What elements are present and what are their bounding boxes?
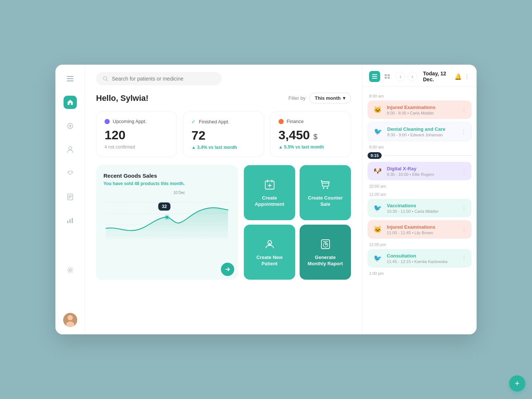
chart-sub-suffix: this month. — [160, 181, 185, 186]
appt-more-icon-2[interactable]: ⋮ — [461, 128, 467, 135]
view-toggle — [369, 71, 393, 82]
current-time-indicator: 9:15 — [368, 152, 471, 159]
appt-info-consult: Consultation 11:45 - 12:15 • Kamila Kazl… — [387, 253, 457, 264]
appt-info-vacc: Vaccinations 10:30 - 11:00 • Carla Middl… — [387, 203, 457, 214]
appt-info-dental: Dental Cleaning and Care 8:30 - 9:00 • E… — [387, 126, 457, 137]
finance-label: Finance — [287, 119, 304, 124]
svg-rect-12 — [72, 218, 73, 223]
appt-title-vacc: Vaccinations — [387, 203, 457, 208]
appt-meta-xray: 9:30 - 10:00 • Ellie Rogers — [387, 172, 457, 177]
finished-value: 72 — [191, 128, 255, 143]
generate-report-card[interactable]: Generate Monthly Raport — [300, 225, 351, 280]
stat-header-upcoming: Upcoming Appt. — [105, 119, 168, 124]
appt-more-icon-6[interactable]: ⋮ — [461, 255, 467, 262]
cat-icon-2: 🐱 — [372, 224, 383, 235]
paw-icon[interactable] — [64, 167, 77, 180]
create-patient-card[interactable]: Create New Patient — [244, 225, 295, 280]
person-icon[interactable] — [64, 143, 77, 156]
more-icon[interactable]: ⋮ — [464, 73, 470, 80]
home-icon[interactable] — [64, 96, 77, 109]
search-bar[interactable] — [96, 72, 222, 85]
cat-icon: 🐱 — [372, 104, 383, 115]
appt-meta-dental: 8:30 - 9:00 • Edward Johansan — [387, 133, 457, 137]
notes-icon[interactable] — [64, 190, 77, 204]
menu-icon[interactable] — [64, 72, 77, 85]
finance-value: 3,450 $ — [279, 128, 342, 142]
appt-consultation[interactable]: 🐦 Consultation 11:45 - 12:15 • Kamila Ka… — [368, 249, 471, 267]
svg-rect-10 — [67, 221, 68, 223]
svg-rect-0 — [67, 76, 74, 77]
appt-more-icon-4[interactable]: ⋮ — [461, 205, 467, 212]
appt-vaccinations[interactable]: 🐦 Vaccinations 10:30 - 11:00 • Carla Mid… — [368, 199, 471, 217]
list-view-button[interactable] — [369, 71, 380, 82]
current-time-line — [385, 156, 471, 156]
appt-more-icon-3[interactable]: ⋮ — [461, 168, 467, 175]
search-icon — [103, 76, 108, 82]
tooltip-value: 32 — [162, 204, 167, 209]
chart-svg — [103, 191, 231, 239]
next-button[interactable]: › — [407, 72, 417, 81]
generate-report-label: Generate Monthly Raport — [306, 255, 345, 267]
upcoming-label: Upcoming Appt. — [113, 119, 147, 124]
svg-rect-1 — [67, 78, 74, 79]
svg-rect-33 — [388, 74, 390, 76]
time-label-11am: 11:00 am — [368, 192, 471, 197]
time-label-10am: 10:00 am — [368, 184, 471, 188]
date-label: 10 Dec — [173, 191, 185, 195]
chart-arrow-button[interactable] — [221, 263, 234, 276]
appt-more-icon-5[interactable]: ⋮ — [461, 226, 467, 233]
user-avatar-container[interactable] — [63, 313, 77, 327]
check-icon: ✓ — [191, 119, 196, 125]
appt-xray[interactable]: 🐶 Digital X-Ray 9:30 - 10:00 • Ellie Rog… — [368, 162, 471, 180]
svg-point-13 — [69, 269, 71, 271]
chart-tooltip: 32 — [158, 202, 170, 211]
create-counter-sale-label: Create Counter Sale — [306, 195, 345, 208]
svg-point-4 — [69, 147, 72, 150]
stat-card-finished: ✓ Finished Appt. 72 ▲ 3.4% vs last month — [183, 112, 264, 157]
create-appointment-card[interactable]: Create Appointment — [244, 165, 295, 220]
current-time-badge: 9:15 — [368, 152, 382, 159]
chart-highlight: 48 products — [134, 181, 160, 186]
greeting-row: Hello, Sylwia! Filter by This month ▾ — [96, 93, 351, 103]
appt-dental[interactable]: 🐦 Dental Cleaning and Care 8:30 - 9:00 •… — [368, 122, 471, 141]
greeting-text: Hello, Sylwia! — [96, 93, 149, 103]
appt-meta-consult: 11:45 - 12:15 • Kamila Kazlowska — [387, 259, 457, 264]
appointment-icon — [263, 178, 276, 191]
chart-sub: You have sold 48 products this month. — [103, 181, 231, 186]
bell-icon[interactable]: 🔔 — [454, 73, 462, 80]
bird-icon-3: 🐦 — [372, 253, 383, 264]
filter-button[interactable]: This month ▾ — [309, 93, 351, 103]
counter-sale-icon — [319, 178, 332, 191]
appt-meta-vacc: 10:30 - 11:00 • Carla Middler — [387, 209, 457, 214]
appt-info-xray: Digital X-Ray 9:30 - 10:00 • Ellie Roger… — [387, 166, 457, 177]
sidebar — [55, 65, 85, 334]
stat-header-finished: ✓ Finished Appt. — [191, 119, 255, 125]
svg-rect-11 — [69, 219, 71, 223]
svg-rect-30 — [372, 76, 377, 77]
appt-injured-exam-2[interactable]: 🐱 Injured Examinations 11:00 - 11:45 • L… — [368, 220, 471, 239]
add-icon[interactable] — [64, 119, 77, 133]
svg-point-6 — [72, 171, 72, 172]
prev-button[interactable]: ‹ — [396, 72, 405, 81]
orange-dot-icon — [279, 119, 284, 124]
panel-header: ‹ › Today, 12 Dec. 🔔 ⋮ — [362, 65, 477, 86]
appt-title-injured: Injured Examinations — [387, 105, 457, 110]
grid-view-button[interactable] — [382, 71, 393, 82]
chart-sub-prefix: You have sold — [103, 181, 134, 186]
search-input[interactable] — [112, 76, 215, 82]
finance-trend: ▲ 5.5% vs last month — [279, 144, 342, 150]
appt-meta-injured: 8:00 - 8:30 • Carla Middler — [387, 111, 457, 115]
create-counter-sale-card[interactable]: Create Counter Sale — [300, 165, 351, 220]
svg-point-26 — [327, 187, 328, 189]
purple-dot-icon — [105, 119, 110, 124]
panel-nav: ‹ › — [396, 72, 417, 81]
analytics-icon[interactable] — [64, 214, 77, 227]
appt-injured-exam-1[interactable]: 🐱 Injured Examinations 8:00 - 8:30 • Car… — [368, 100, 471, 119]
svg-point-23 — [164, 214, 170, 220]
appt-title-xray: Digital X-Ray — [387, 166, 457, 171]
settings-icon[interactable] — [64, 263, 77, 277]
stat-cards: Upcoming Appt. 120 4 not confirmed ✓ Fin… — [96, 112, 351, 157]
create-appointment-label: Create Appointment — [250, 195, 289, 208]
stat-card-finance: Finance 3,450 $ ▲ 5.5% vs last month — [270, 112, 351, 157]
appt-more-icon[interactable]: ⋮ — [461, 106, 467, 113]
